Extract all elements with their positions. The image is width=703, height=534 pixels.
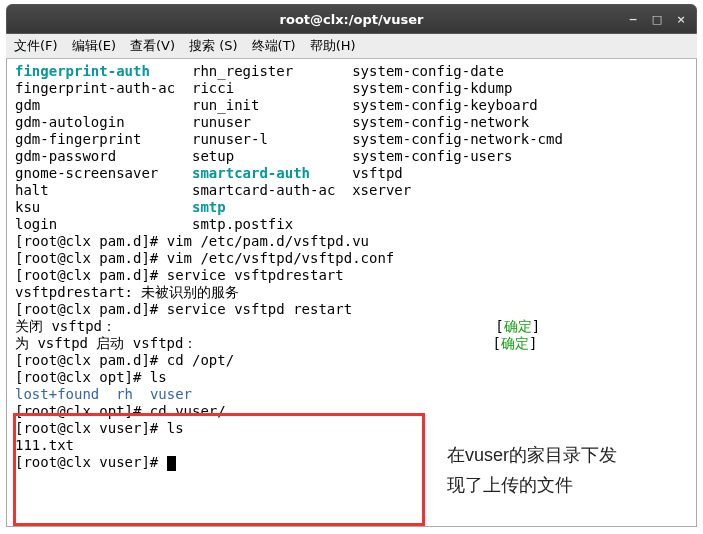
text: runuser bbox=[192, 114, 251, 130]
text: run_init bbox=[192, 97, 259, 113]
window-controls: − □ × bbox=[624, 11, 690, 27]
menu-file[interactable]: 文件(F) bbox=[14, 37, 58, 55]
text: gdm-fingerprint bbox=[15, 131, 141, 147]
cmd-line: [root@clx opt]# ls bbox=[15, 369, 167, 385]
cmd-line: [root@clx pam.d]# vim /etc/pam.d/vsftpd.… bbox=[15, 233, 369, 249]
annotation-text: 在vuser的家目录下发 现了上传的文件 bbox=[447, 440, 677, 500]
cmd-line: [root@clx pam.d]# service vsftpd restart bbox=[15, 301, 352, 317]
cmd-line: vsftpdrestart: 未被识别的服务 bbox=[15, 284, 239, 300]
text: runuser-l bbox=[192, 131, 268, 147]
text: gdm-autologin bbox=[15, 114, 125, 130]
prompt: [root@clx vuser]# bbox=[15, 454, 167, 470]
text-symlink: fingerprint-auth bbox=[15, 63, 150, 79]
status-line: 关闭 vsftpd： bbox=[15, 318, 116, 334]
menu-view[interactable]: 查看(V) bbox=[130, 37, 175, 55]
bracket: ] bbox=[529, 335, 537, 351]
text: vsftpd bbox=[352, 165, 403, 181]
dir-name: rh bbox=[116, 386, 133, 402]
cmd-line: [root@clx pam.d]# service vsftpdrestart bbox=[15, 267, 344, 283]
text: smartcard-auth-ac bbox=[192, 182, 335, 198]
text: system-config-network bbox=[352, 114, 529, 130]
text: smtp.postfix bbox=[192, 216, 293, 232]
menu-search[interactable]: 搜索 (S) bbox=[189, 37, 238, 55]
text: xserver bbox=[352, 182, 411, 198]
file-name: 111.txt bbox=[15, 437, 74, 453]
minimize-button[interactable]: − bbox=[624, 11, 642, 27]
status-line: 为 vsftpd 启动 vsftpd： bbox=[15, 335, 197, 351]
text-symlink: smtp bbox=[192, 199, 226, 215]
maximize-button[interactable]: □ bbox=[648, 11, 666, 27]
text: gnome-screensaver bbox=[15, 165, 158, 181]
text-symlink: smartcard-auth bbox=[192, 165, 310, 181]
text: system-config-users bbox=[352, 148, 512, 164]
status-ok: 确定 bbox=[504, 318, 532, 334]
annotation-line1: 在vuser的家目录下发 bbox=[447, 440, 677, 470]
text: system-config-keyboard bbox=[352, 97, 537, 113]
text: login bbox=[15, 216, 57, 232]
cursor-icon bbox=[167, 456, 176, 471]
dir-name: vuser bbox=[150, 386, 192, 402]
dir-name: lost+found bbox=[15, 386, 99, 402]
text: ricci bbox=[192, 80, 234, 96]
menu-edit[interactable]: 编辑(E) bbox=[72, 37, 116, 55]
bracket: [ bbox=[492, 335, 500, 351]
bracket: [ bbox=[495, 318, 503, 334]
menu-help[interactable]: 帮助(H) bbox=[310, 37, 356, 55]
text: halt bbox=[15, 182, 49, 198]
text: rhn_register bbox=[192, 63, 293, 79]
annotation-line2: 现了上传的文件 bbox=[447, 470, 677, 500]
cmd-line: [root@clx vuser]# ls bbox=[15, 420, 184, 436]
text: setup bbox=[192, 148, 234, 164]
text: ksu bbox=[15, 199, 40, 215]
close-button[interactable]: × bbox=[672, 11, 690, 27]
text: fingerprint-auth-ac bbox=[15, 80, 175, 96]
window-title: root@clx:/opt/vuser bbox=[280, 12, 424, 27]
window-titlebar: root@clx:/opt/vuser − □ × bbox=[6, 4, 697, 34]
bracket: ] bbox=[532, 318, 540, 334]
menu-bar: 文件(F) 编辑(E) 查看(V) 搜索 (S) 终端(T) 帮助(H) bbox=[6, 34, 697, 59]
text: system-config-kdump bbox=[352, 80, 512, 96]
menu-terminal[interactable]: 终端(T) bbox=[252, 37, 296, 55]
text: system-config-network-cmd bbox=[352, 131, 563, 147]
text: gdm-password bbox=[15, 148, 116, 164]
cmd-line: [root@clx pam.d]# vim /etc/vsftpd/vsftpd… bbox=[15, 250, 394, 266]
text: system-config-date bbox=[352, 63, 504, 79]
cmd-line: [root@clx pam.d]# cd /opt/ bbox=[15, 352, 234, 368]
status-ok: 确定 bbox=[501, 335, 529, 351]
cmd-line: [root@clx opt]# cd vuser/ bbox=[15, 403, 226, 419]
text: gdm bbox=[15, 97, 40, 113]
